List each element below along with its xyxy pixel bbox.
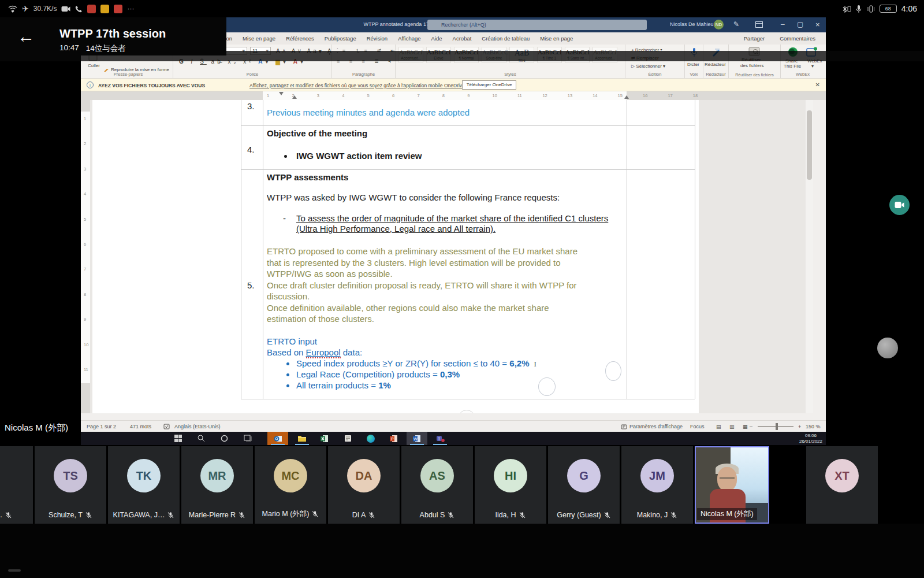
participant-tile[interactable]: oshi… bbox=[0, 446, 33, 524]
participant-tile[interactable]: ASAbdul S bbox=[401, 446, 473, 524]
taskbar-outlook[interactable] bbox=[267, 432, 288, 445]
ribbon-tab-8[interactable]: Aide bbox=[426, 32, 448, 45]
taskbar-teams[interactable]: T bbox=[430, 432, 450, 445]
taskbar-edge[interactable] bbox=[360, 432, 381, 445]
webex-dropdown[interactable]: ▾ bbox=[811, 64, 814, 69]
presenter-name-label: Nicolas M (外部) bbox=[5, 423, 68, 433]
meeting-subtitle[interactable]: 10:47 14位与会者 bbox=[59, 43, 126, 54]
onedrive-banner-message[interactable]: Affichez, partagez et modifiez des fichi… bbox=[249, 83, 466, 88]
mic-off-icon bbox=[670, 512, 677, 519]
ruler-number: 15 bbox=[618, 93, 623, 98]
meeting-elapsed-time: 10:47 bbox=[59, 43, 79, 54]
ribbon-tab-10[interactable]: Création de tableau bbox=[476, 32, 535, 45]
account-name[interactable]: Nicolas De Mahieu bbox=[670, 21, 714, 27]
download-onedrive-button[interactable]: Télécharger OneDrive bbox=[462, 80, 516, 90]
zoom-in-button[interactable]: + bbox=[798, 424, 801, 429]
word-count[interactable]: 471 mots bbox=[130, 424, 151, 429]
ribbon-tab-11[interactable]: Mise en page bbox=[535, 32, 578, 45]
editor-button-label[interactable]: Rédacteur bbox=[705, 62, 726, 67]
etrto-input-heading: ETRTO input bbox=[267, 336, 317, 346]
ribbon-tab-7[interactable]: Affichage bbox=[393, 32, 426, 45]
participant-tile[interactable]: MRMarie-Pierre R bbox=[181, 446, 253, 524]
styles-group: AaBbCcIAccentuat...AaBbCcIÉlevéAaBbCcI¶ … bbox=[396, 45, 625, 78]
participant-tile[interactable]: JMMakino, J bbox=[621, 446, 693, 524]
taskbar-clock[interactable]: 09:06 26/01/2022 bbox=[799, 433, 822, 444]
page-indicator[interactable]: Page 1 sur 2 bbox=[87, 424, 116, 429]
taskbar-word[interactable]: W bbox=[407, 432, 427, 445]
select-label: Sélectionner bbox=[636, 64, 661, 69]
participant-tile[interactable]: TSSchulze, T bbox=[35, 446, 106, 524]
hanging-indent-marker[interactable] bbox=[292, 95, 297, 99]
right-indent-marker[interactable] bbox=[624, 95, 629, 99]
zoom-level[interactable]: 150 % bbox=[806, 424, 821, 429]
bullet-legal-race: Legal Race (Competition) products = 0,3% bbox=[296, 369, 460, 379]
document-page[interactable]: 3. Previous meeting minutes and agenda w… bbox=[92, 100, 699, 413]
bullet-speed-index: Speed index products ≥Y or ZR(Y) for sec… bbox=[296, 358, 536, 369]
participant-tile[interactable]: MCMario M (外部) bbox=[255, 446, 326, 524]
first-line-indent-marker[interactable] bbox=[279, 92, 284, 95]
minimize-button[interactable]: – bbox=[781, 20, 785, 28]
proofing-icon[interactable] bbox=[163, 424, 170, 430]
focus-mode[interactable]: Focus bbox=[690, 424, 705, 429]
participant-avatar: HI bbox=[494, 459, 527, 492]
ribbon-tab-5[interactable]: Publipostage bbox=[319, 32, 362, 45]
floating-assistive-ball[interactable] bbox=[877, 338, 898, 358]
ribbon-tab-4[interactable]: Références bbox=[281, 32, 319, 45]
etrto-paragraph-line: ETRTO proposed to come with a preliminar… bbox=[267, 246, 578, 257]
zoom-slider-thumb[interactable] bbox=[776, 423, 778, 430]
paragraph-group: ⁚≡ ⒈≡ ≡⃗ ⇤ ⇥ ⇅ ¶ ≡ ≡ ≡ ≣ ⫞ ⊞▾ Paragraphe bbox=[332, 45, 396, 78]
horizontal-ruler[interactable]: 123456789101112131415161718 bbox=[81, 91, 826, 100]
taskbar-sticky-notes[interactable] bbox=[337, 432, 358, 445]
request-line2: (Ultra High Performance, Legal race and … bbox=[296, 224, 495, 234]
ribbon-tab-6[interactable]: Révision bbox=[362, 32, 393, 45]
ribbon-tab-9[interactable]: Acrobat bbox=[448, 32, 477, 45]
task-view-icon[interactable] bbox=[243, 433, 252, 443]
zoom-out-button[interactable]: – bbox=[750, 424, 752, 429]
draw-mode-icon[interactable]: ✎ bbox=[733, 20, 739, 28]
participant-tile[interactable]: XT bbox=[806, 446, 878, 524]
etrto-paragraph: ETRTO proposed to come with a preliminar… bbox=[267, 246, 578, 325]
vertical-scrollbar[interactable] bbox=[806, 100, 813, 413]
display-settings[interactable]: Paramètres d'affichage bbox=[629, 424, 683, 429]
dictate-label[interactable]: Dicter bbox=[687, 62, 699, 67]
ribbon-tab-3[interactable]: Mise en page bbox=[237, 32, 281, 45]
comments-button[interactable]: Commentaires bbox=[780, 35, 815, 42]
banner-close-icon[interactable]: ✕ bbox=[815, 81, 820, 88]
reuse-line2[interactable]: des fichiers bbox=[740, 63, 763, 68]
cortana-icon[interactable] bbox=[219, 433, 229, 443]
view-mode-buttons[interactable]: ▤ ▥ ▦ bbox=[716, 424, 751, 429]
taskbar-powerpoint[interactable]: P bbox=[383, 432, 404, 445]
participant-tile[interactable]: DADI A bbox=[328, 446, 400, 524]
bullet-dot bbox=[286, 384, 289, 387]
participant-name: Iida, H bbox=[495, 511, 516, 519]
maximize-button[interactable]: ▢ bbox=[797, 20, 803, 28]
paste-label[interactable]: Coller bbox=[88, 63, 100, 68]
webex-share-line2[interactable]: This File bbox=[784, 64, 801, 69]
share-button[interactable]: Partager bbox=[744, 35, 765, 42]
ribbon-display-icon[interactable] bbox=[755, 21, 763, 28]
document-area[interactable]: 1234567891011 3. Previous meeting minute… bbox=[81, 100, 813, 413]
participant-tile-video[interactable]: Nicolas M (外部) bbox=[695, 446, 769, 524]
search-input[interactable] bbox=[427, 20, 647, 30]
back-arrow-icon[interactable]: ← bbox=[17, 27, 35, 46]
taskbar-time: 09:06 bbox=[799, 433, 822, 439]
participant-tile[interactable]: TKKITAGAWA, J… bbox=[108, 446, 180, 524]
taskbar-excel[interactable] bbox=[314, 432, 335, 445]
taskbar-file-explorer[interactable] bbox=[292, 432, 312, 445]
vertical-ruler[interactable]: 1234567891011 bbox=[81, 100, 90, 413]
start-button[interactable] bbox=[173, 433, 183, 443]
close-button[interactable]: × bbox=[815, 20, 820, 29]
ruler-number: 10 bbox=[493, 93, 497, 98]
participant-count[interactable]: 14位与会者 bbox=[86, 43, 126, 54]
ruler-number: 7 bbox=[417, 93, 419, 98]
language-indicator[interactable]: Anglais (Etats-Unis) bbox=[174, 424, 221, 429]
taskbar-search-icon[interactable] bbox=[196, 433, 206, 443]
account-avatar[interactable]: ND bbox=[714, 20, 724, 29]
svg-text:P: P bbox=[391, 436, 394, 440]
taskbar-underline bbox=[295, 444, 309, 445]
select-button[interactable]: ▷ Sélectionner ▾ bbox=[631, 64, 665, 69]
participant-tile[interactable]: GGerry (Guest) bbox=[548, 446, 620, 524]
scrollbar-thumb[interactable] bbox=[807, 110, 812, 180]
participant-tile[interactable]: HIIida, H bbox=[475, 446, 546, 524]
floating-camera-button[interactable] bbox=[889, 195, 910, 215]
